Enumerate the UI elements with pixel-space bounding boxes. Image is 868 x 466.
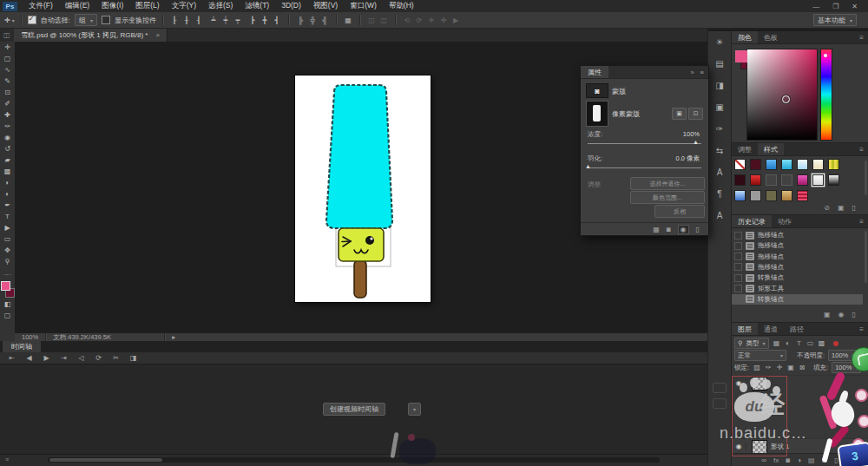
tab-color[interactable]: 颜色 [732, 31, 758, 43]
dock-panel-icon[interactable]: A [708, 205, 731, 226]
foreground-color-swatch[interactable] [735, 50, 747, 62]
timeline-transport-button[interactable]: ⇤ [7, 354, 16, 362]
layer-filter-icon[interactable]: T [795, 339, 804, 347]
layers-footer-icon[interactable]: fx [773, 456, 779, 464]
style-swatch[interactable] [734, 190, 746, 201]
timeline-transport-button[interactable]: ▶ [42, 354, 51, 362]
quick-mask-button[interactable]: ◧ [0, 299, 15, 310]
invert-button[interactable]: 反相 [654, 205, 705, 218]
auto-select-checkbox[interactable] [28, 16, 36, 24]
mask-thumbnail[interactable] [586, 101, 608, 127]
timeline-transport-button[interactable]: ◨ [128, 354, 138, 362]
mask-footer-icon[interactable]: ▯ [696, 226, 700, 233]
layers-footer-icon[interactable]: ▤ [808, 456, 815, 464]
add-pixel-mask-icon[interactable]: ▣ [672, 108, 687, 120]
history-source-checkbox[interactable] [734, 285, 742, 292]
layers-footer-icon[interactable]: ◑ [797, 456, 801, 464]
panel-menu-icon[interactable]: ≡ [859, 143, 868, 155]
color-range-button[interactable]: 颜色范围... [630, 191, 705, 204]
style-swatch[interactable] [766, 159, 777, 170]
style-swatch[interactable] [828, 174, 839, 186]
timeline-transport-button[interactable]: ◁ [76, 354, 86, 362]
tab-paths[interactable]: 路径 [784, 323, 810, 335]
history-source-checkbox[interactable] [734, 263, 742, 271]
menu-item[interactable]: 帮助(H) [383, 1, 420, 11]
history-state-row[interactable]: 转换锚点 [732, 294, 863, 305]
saturation-brightness-picker[interactable] [746, 49, 818, 141]
add-vector-mask-icon[interactable]: ⊡ [688, 108, 703, 120]
tab-channels[interactable]: 通道 [758, 323, 784, 335]
blend-mode-dropdown[interactable]: 正常▾ [734, 350, 786, 361]
layer-filter-icon[interactable]: ◐ [784, 339, 792, 347]
history-state-row[interactable]: 转换锚点 [732, 272, 863, 283]
timeline-transport-button[interactable]: ⇥ [59, 354, 69, 362]
hue-slider[interactable] [820, 49, 832, 141]
layers-footer-icon[interactable]: ⊞ [822, 456, 828, 464]
status-arrow-icon[interactable]: ▸ [165, 333, 182, 341]
dock-panel-icon[interactable]: ☀ [708, 31, 731, 53]
layers-footer-icon[interactable]: ◙ [786, 456, 790, 464]
screen-mode-button[interactable]: ▢ [0, 310, 15, 321]
timeline-scrollbar[interactable] [48, 457, 660, 463]
feather-slider-handle[interactable]: ▲ [585, 163, 591, 169]
history-state-row[interactable]: 矩形工具 [732, 284, 863, 294]
dock-panel-icon[interactable]: ✑ [708, 118, 731, 140]
styles-footer-icon[interactable]: ▣ [838, 204, 845, 212]
style-swatch[interactable] [734, 159, 746, 170]
dock-panel-icon[interactable]: ▤ [708, 53, 731, 75]
dock-panel-icon[interactable]: ◨ [708, 75, 731, 96]
close-document-icon[interactable]: × [155, 31, 160, 39]
layers-footer-icon[interactable]: ▯ [834, 456, 838, 464]
restore-icon[interactable]: ❐ [832, 3, 838, 10]
style-swatch[interactable] [781, 174, 792, 186]
minimize-icon[interactable]: — [812, 3, 819, 10]
tool-button[interactable]: T [0, 211, 15, 222]
tool-button[interactable]: ⚲ [0, 256, 15, 267]
align-icon[interactable]: ┯ [233, 16, 243, 24]
hue-slider-marker[interactable] [824, 54, 827, 57]
menu-item[interactable]: 窗口(W) [344, 1, 383, 11]
lock-icon[interactable]: ✑ [764, 364, 773, 371]
timeline-type-dropdown[interactable]: ▾ [408, 403, 421, 416]
layers-footer-icon[interactable]: ∞ [761, 456, 766, 464]
tool-button[interactable]: ✎ [0, 75, 15, 87]
history-source-checkbox[interactable] [734, 242, 742, 250]
menu-item[interactable]: 图层(L) [129, 1, 165, 11]
layer-filter-icon[interactable]: ▭ [806, 339, 815, 347]
timeline-transport-button[interactable]: ◀ [24, 354, 34, 362]
workspace-switcher[interactable]: 基本功能▾ [813, 14, 857, 26]
tool-button[interactable]: ✐ [0, 98, 15, 109]
history-footer-icon[interactable]: ◉ [838, 311, 845, 318]
density-slider[interactable] [588, 143, 701, 144]
align-icon[interactable]: ┨ [194, 16, 204, 24]
style-swatch[interactable] [797, 190, 808, 201]
history-source-checkbox[interactable] [734, 295, 742, 303]
feather-value[interactable]: 0.0 像素 [675, 154, 700, 163]
panel-menu-icon[interactable]: ≡ [859, 323, 868, 335]
tool-button[interactable]: ✥ [0, 245, 15, 256]
tool-button[interactable]: ✒ [0, 200, 15, 211]
lock-icon[interactable]: ▣ [786, 364, 795, 371]
filter-toggle-icon[interactable] [833, 341, 838, 346]
distribute-icon[interactable]: ╠ [295, 16, 306, 24]
style-swatch[interactable] [750, 174, 761, 186]
distribute-icon[interactable]: ╣ [319, 16, 330, 24]
document-tab[interactable]: 雪糕.psd @ 100% (形状 1 拷贝, RGB/8) * × [14, 29, 168, 42]
timeline-zoom-icon[interactable]: ≡ [5, 456, 9, 463]
align-icon[interactable]: ╂ [181, 16, 192, 24]
style-swatch[interactable] [781, 190, 792, 201]
dock-panel-icon[interactable]: ⇆ [708, 140, 731, 161]
style-swatch[interactable] [797, 159, 808, 170]
tab-styles[interactable]: 样式 [758, 143, 784, 155]
menu-item[interactable]: 文字(Y) [166, 1, 202, 11]
mask-footer-icon[interactable]: ◙ [667, 226, 671, 233]
history-footer-icon[interactable]: ▯ [852, 311, 856, 318]
styles-footer-icon[interactable]: ▯ [852, 204, 856, 212]
align-icon[interactable]: ┠ [169, 16, 180, 24]
timeline-transport-button[interactable]: ⟳ [94, 354, 103, 362]
mask-footer-icon[interactable]: ◉ [678, 225, 689, 234]
tab-adjustments[interactable]: 调整 [732, 143, 758, 155]
tab-swatches[interactable]: 色板 [758, 31, 784, 43]
dock-panel-icon[interactable]: A [708, 161, 731, 183]
history-state-row[interactable]: 拖移锚点 [732, 240, 863, 251]
